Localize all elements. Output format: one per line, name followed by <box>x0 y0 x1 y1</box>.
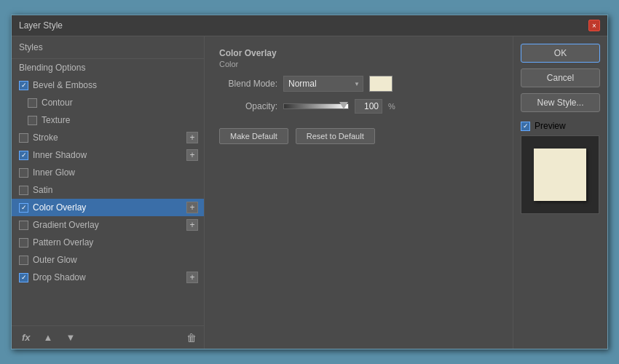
sidebar-label-bevel-emboss: Bevel & Emboss <box>33 80 97 90</box>
opacity-slider-track[interactable] <box>283 103 349 109</box>
checkbox-satin[interactable] <box>19 186 28 195</box>
opacity-slider-container <box>283 103 349 109</box>
sidebar-item-bevel-emboss[interactable]: Bevel & Emboss <box>12 76 204 94</box>
move-down-button[interactable]: ▼ <box>63 331 78 344</box>
sidebar-label-inner-shadow: Inner Shadow <box>33 150 87 160</box>
sidebar-item-drop-shadow[interactable]: Drop Shadow+ <box>12 269 204 286</box>
blend-mode-select[interactable]: Normal Dissolve Multiply Screen Overlay <box>283 76 363 92</box>
sidebar-label-outer-glow: Outer Glow <box>33 255 77 265</box>
sidebar-label-contour: Contour <box>42 98 73 108</box>
sidebar-item-pattern-overlay[interactable]: Pattern Overlay <box>12 234 204 251</box>
action-buttons-row: Make Default Reset to Default <box>219 128 498 144</box>
right-panel: OK Cancel New Style... Preview <box>513 36 607 349</box>
section-title: Color Overlay <box>219 48 498 58</box>
layer-items-list: Blending OptionsBevel & EmbossContourTex… <box>12 59 204 286</box>
checkbox-outer-glow[interactable] <box>19 256 28 265</box>
cancel-button[interactable]: Cancel <box>521 68 600 87</box>
title-bar: Layer Style × <box>12 15 607 36</box>
sidebar-label-inner-glow: Inner Glow <box>33 167 75 178</box>
opacity-label: Opacity: <box>219 101 277 111</box>
sidebar-label-blending-options: Blending Options <box>19 63 85 73</box>
blend-mode-wrapper: Normal Dissolve Multiply Screen Overlay <box>283 76 363 92</box>
checkbox-contour[interactable] <box>28 98 37 108</box>
sidebar-item-gradient-overlay[interactable]: Gradient Overlay+ <box>12 216 204 234</box>
add-style-gradient-overlay[interactable]: + <box>186 219 198 231</box>
styles-header: Styles <box>12 36 204 59</box>
blend-mode-label: Blend Mode: <box>219 79 277 89</box>
checkbox-bevel-emboss[interactable] <box>19 81 28 90</box>
add-style-inner-shadow[interactable]: + <box>186 149 198 161</box>
checkbox-inner-shadow[interactable] <box>19 151 28 160</box>
left-panel-footer: fx ▲ ▼ 🗑 <box>12 325 204 349</box>
color-swatch[interactable] <box>369 76 393 92</box>
ok-button[interactable]: OK <box>521 44 600 63</box>
preview-section: Preview <box>521 121 600 214</box>
blend-mode-row: Blend Mode: Normal Dissolve Multiply Scr… <box>219 76 498 92</box>
sidebar-item-outer-glow[interactable]: Outer Glow <box>12 251 204 269</box>
checkbox-drop-shadow[interactable] <box>19 273 28 282</box>
reset-to-default-button[interactable]: Reset to Default <box>296 128 375 144</box>
preview-canvas <box>521 135 599 214</box>
opacity-slider-thumb[interactable] <box>339 102 348 109</box>
delete-button[interactable]: 🗑 <box>186 332 197 344</box>
checkbox-color-overlay[interactable] <box>19 203 28 213</box>
preview-label: Preview <box>535 121 566 131</box>
add-style-color-overlay[interactable]: + <box>186 202 198 213</box>
layer-style-dialog: Layer Style × Styles Blending OptionsBev… <box>11 15 608 349</box>
preview-label-row: Preview <box>521 121 600 131</box>
checkbox-stroke[interactable] <box>19 133 28 143</box>
sidebar-item-texture[interactable]: Texture <box>12 111 204 129</box>
sidebar-label-pattern-overlay: Pattern Overlay <box>33 237 93 248</box>
add-style-stroke[interactable]: + <box>186 132 198 143</box>
sidebar-label-texture: Texture <box>42 115 70 125</box>
new-style-button[interactable]: New Style... <box>521 93 600 112</box>
dialog-title: Layer Style <box>19 20 63 31</box>
add-style-drop-shadow[interactable]: + <box>186 272 198 283</box>
sidebar-item-inner-shadow[interactable]: Inner Shadow+ <box>12 146 204 164</box>
sidebar-item-color-overlay[interactable]: Color Overlay+ <box>12 199 204 216</box>
checkbox-pattern-overlay[interactable] <box>19 238 28 248</box>
sidebar-label-stroke: Stroke <box>33 132 58 143</box>
fx-button[interactable]: fx <box>19 331 33 344</box>
checkbox-gradient-overlay[interactable] <box>19 221 28 230</box>
opacity-percent: % <box>388 102 395 111</box>
sidebar-item-satin[interactable]: Satin <box>12 181 204 199</box>
sidebar-item-contour[interactable]: Contour <box>12 94 204 111</box>
sidebar-label-satin: Satin <box>33 185 52 195</box>
move-up-button[interactable]: ▲ <box>41 331 56 344</box>
dialog-body: Styles Blending OptionsBevel & EmbossCon… <box>12 36 607 349</box>
close-button[interactable]: × <box>588 20 600 31</box>
make-default-button[interactable]: Make Default <box>219 128 288 144</box>
sidebar-label-gradient-overlay: Gradient Overlay <box>33 220 99 230</box>
preview-layer <box>534 149 586 201</box>
sidebar-item-blending-options[interactable]: Blending Options <box>12 59 204 76</box>
left-panel: Styles Blending OptionsBevel & EmbossCon… <box>12 36 205 349</box>
sidebar-item-stroke[interactable]: Stroke+ <box>12 129 204 146</box>
checkbox-inner-glow[interactable] <box>19 168 28 178</box>
sidebar-label-color-overlay: Color Overlay <box>33 202 86 213</box>
preview-checkbox[interactable] <box>521 122 530 131</box>
middle-panel: Color Overlay Color Blend Mode: Normal D… <box>205 36 513 349</box>
sidebar-item-inner-glow[interactable]: Inner Glow <box>12 164 204 181</box>
sidebar-label-drop-shadow: Drop Shadow <box>33 272 86 282</box>
opacity-input[interactable] <box>355 99 382 114</box>
checkbox-texture[interactable] <box>28 116 37 125</box>
opacity-row: Opacity: % <box>219 99 498 114</box>
section-subtitle: Color <box>219 60 498 68</box>
